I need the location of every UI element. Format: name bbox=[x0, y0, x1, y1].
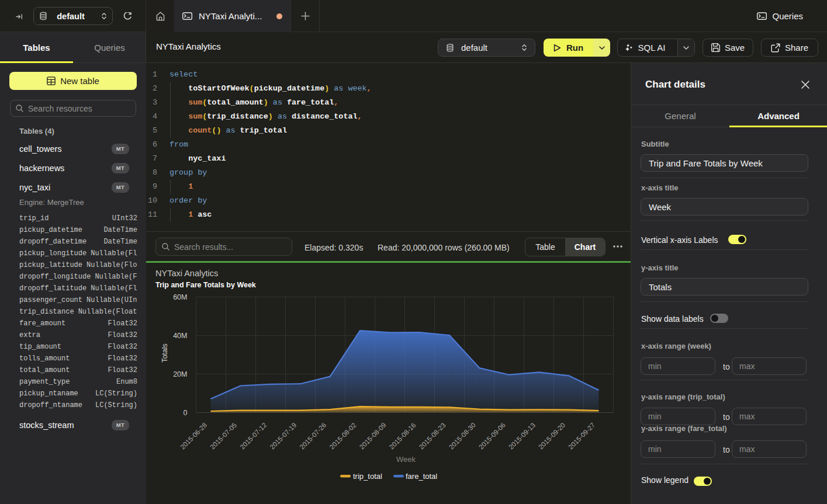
svg-text:2015-07-05: 2015-07-05 bbox=[209, 422, 238, 451]
svg-text:2015-08-02: 2015-08-02 bbox=[328, 422, 358, 451]
svg-text:Totals: Totals bbox=[161, 343, 169, 363]
svg-text:2015-09-27: 2015-09-27 bbox=[567, 422, 596, 451]
svg-text:40M: 40M bbox=[173, 332, 187, 340]
svg-text:2015-08-30: 2015-08-30 bbox=[448, 422, 477, 451]
svg-text:60M: 60M bbox=[173, 293, 187, 301]
svg-text:20M: 20M bbox=[173, 370, 187, 378]
svg-text:2015-09-06: 2015-09-06 bbox=[477, 422, 507, 451]
svg-text:2015-08-09: 2015-08-09 bbox=[358, 422, 387, 451]
svg-text:2015-08-23: 2015-08-23 bbox=[418, 422, 447, 451]
svg-text:Week: Week bbox=[396, 455, 416, 464]
svg-text:0: 0 bbox=[184, 409, 188, 417]
svg-text:2015-09-13: 2015-09-13 bbox=[507, 422, 537, 451]
svg-text:fare_total: fare_total bbox=[406, 472, 437, 481]
svg-text:Trip and Fare Totals by Week: Trip and Fare Totals by Week bbox=[155, 281, 256, 289]
svg-text:2015-08-16: 2015-08-16 bbox=[388, 422, 417, 451]
svg-text:NYTaxi Analytics: NYTaxi Analytics bbox=[155, 269, 218, 278]
svg-text:trip_total: trip_total bbox=[353, 472, 382, 481]
svg-text:2015-09-20: 2015-09-20 bbox=[537, 422, 566, 451]
svg-text:2015-07-26: 2015-07-26 bbox=[298, 422, 327, 451]
svg-text:2015-06-28: 2015-06-28 bbox=[179, 422, 208, 451]
svg-text:2015-07-12: 2015-07-12 bbox=[238, 422, 268, 451]
svg-text:2015-07-19: 2015-07-19 bbox=[268, 422, 297, 451]
